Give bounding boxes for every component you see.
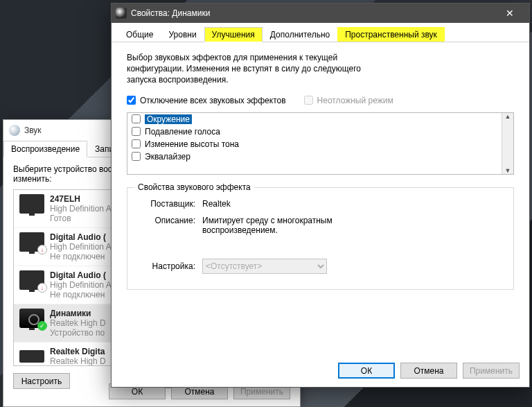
description-label: Описание:: [140, 216, 202, 235]
effect-properties-legend: Свойства звукового эффекта: [134, 182, 254, 192]
prop-cancel-button[interactable]: Отмена: [400, 363, 457, 379]
effect-label: Изменение высоты тона: [145, 139, 239, 149]
prop-ok-button[interactable]: ОК: [338, 363, 395, 379]
device-icon: ↓: [19, 232, 44, 252]
effect-row[interactable]: Окружение: [127, 113, 513, 125]
device-driver: Realtek High D: [50, 356, 106, 366]
sound-icon: [9, 125, 20, 136]
properties-tabstrip: ОбщиеУровниУлучшенияДополнительноПростра…: [112, 23, 529, 42]
speaker-icon: [116, 8, 127, 19]
effect-checkbox[interactable]: [132, 114, 141, 123]
effect-checkbox[interactable]: [132, 152, 141, 161]
device-name: Динамики: [50, 309, 106, 318]
tab-Улучшения[interactable]: Улучшения: [204, 27, 263, 42]
effect-checkbox[interactable]: [132, 127, 141, 136]
tab-Уровни[interactable]: Уровни: [161, 27, 204, 42]
tab-Общие[interactable]: Общие: [118, 27, 161, 42]
provider-label: Поставщик:: [140, 199, 202, 209]
effect-label: Окружение: [145, 114, 192, 124]
description-value: Имитирует среду с многократным воспроизв…: [202, 216, 382, 235]
arrow-down-icon: ↓: [37, 283, 47, 293]
close-icon[interactable]: ✕: [495, 8, 525, 19]
effects-list[interactable]: ОкружениеПодавление голосаИзменение высо…: [127, 112, 514, 175]
properties-window: Свойства: Динамики ✕ ОбщиеУровниУлучшени…: [111, 3, 530, 388]
enhancements-description: Выбор звуковых эффектов для применения к…: [127, 52, 362, 86]
tab-Дополнительно[interactable]: Дополнительно: [263, 27, 337, 42]
prop-apply-button[interactable]: Применить: [463, 363, 520, 379]
check-icon: ✓: [37, 321, 47, 331]
effect-row[interactable]: Подавление голоса: [127, 125, 513, 138]
provider-value: Realtek: [202, 199, 501, 209]
device-icon: ↓: [19, 270, 44, 290]
setting-select: <Отсутствует>: [202, 259, 327, 274]
device-name: Realtek Digita: [50, 347, 106, 356]
immediate-mode-input: [304, 96, 313, 105]
effect-label: Эквалайзер: [145, 152, 190, 162]
disable-all-effects-checkbox[interactable]: Отключение всех звуковых эффектов: [127, 96, 286, 105]
sound-title-text: Звук: [24, 125, 42, 135]
configure-button[interactable]: Настроить: [13, 373, 70, 389]
properties-title-text: Свойства: Динамики: [131, 8, 495, 18]
device-driver: Realtek High D: [50, 318, 106, 328]
device-icon: [19, 194, 44, 214]
disable-all-effects-input[interactable]: [127, 96, 136, 105]
arrow-down-icon: ↓: [37, 245, 47, 254]
immediate-mode-checkbox: Неотложный режим: [304, 96, 393, 105]
effect-row[interactable]: Изменение высоты тона: [127, 138, 513, 150]
device-status: Устройство по: [50, 328, 106, 338]
effect-label: Подавление голоса: [145, 127, 220, 137]
device-icon: [19, 347, 44, 366]
scroll-up-icon[interactable]: ▲: [505, 113, 511, 120]
setting-label: Настройка:: [140, 261, 202, 271]
tab-Пространственный звук[interactable]: Пространственный звук: [337, 27, 445, 42]
device-icon: ✓: [19, 309, 44, 328]
effect-row[interactable]: Эквалайзер: [127, 150, 513, 163]
effect-checkbox[interactable]: [132, 139, 141, 148]
effects-scrollbar[interactable]: ▲ ▼: [502, 113, 513, 174]
effect-properties-group: Свойства звукового эффекта Поставщик: Re…: [127, 187, 514, 290]
scroll-down-icon[interactable]: ▼: [505, 167, 511, 174]
properties-titlebar[interactable]: Свойства: Динамики ✕: [112, 3, 529, 23]
tab-playback[interactable]: Воспроизведение: [3, 141, 87, 157]
